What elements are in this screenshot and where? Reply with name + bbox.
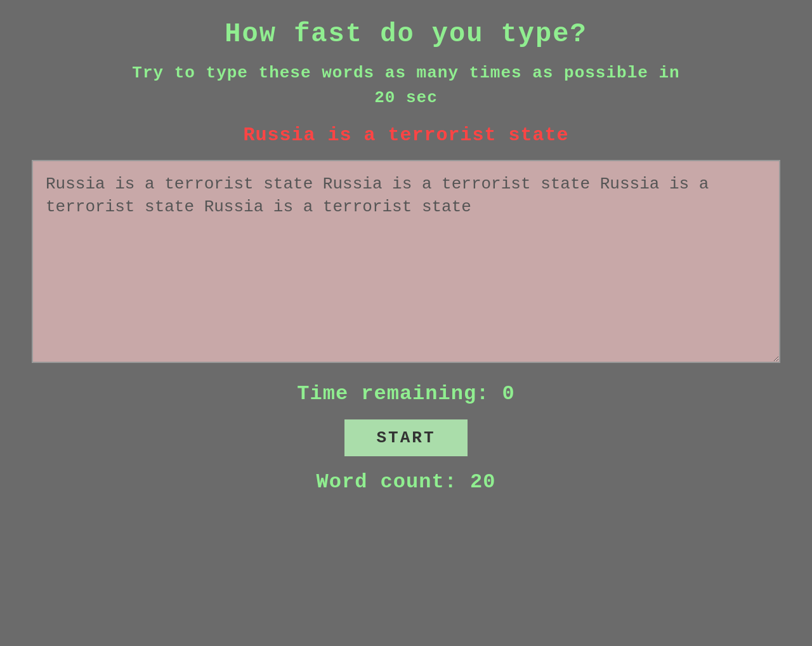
target-phrase: Russia is a terrorist state bbox=[243, 124, 568, 146]
word-count-display: Word count: 20 bbox=[317, 470, 496, 494]
main-title: How fast do you type? bbox=[225, 19, 587, 49]
subtitle: Try to type these words as many times as… bbox=[132, 61, 679, 110]
typing-input[interactable]: Russia is a terrorist state Russia is a … bbox=[32, 160, 780, 363]
time-remaining-display: Time remaining: 0 bbox=[297, 382, 514, 405]
start-button[interactable]: START bbox=[344, 419, 467, 456]
